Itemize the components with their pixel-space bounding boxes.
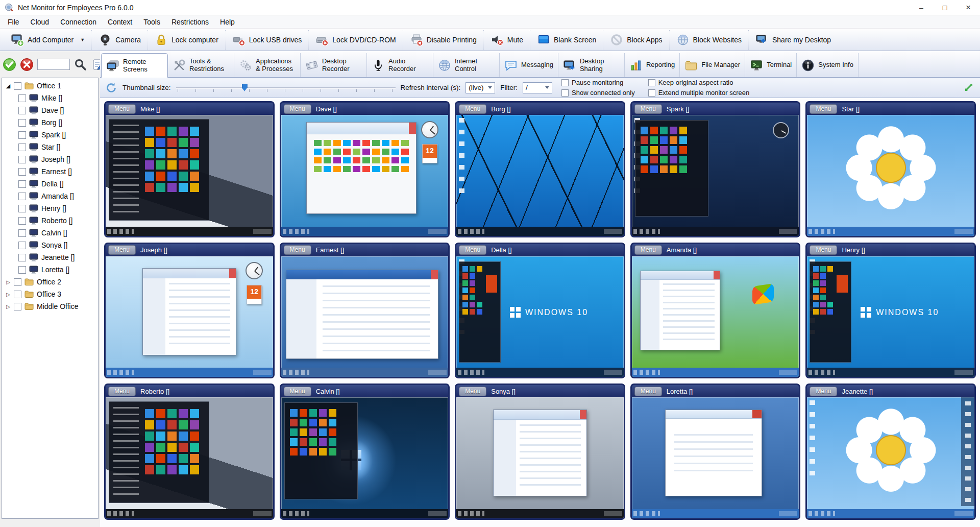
checkbox-show-connected-only[interactable]: Show connected only xyxy=(561,88,635,97)
menu-item-help[interactable]: Help xyxy=(214,16,240,28)
checkbox-extend-multiple-monitor-screen[interactable]: Extend multiple monitor screen xyxy=(648,88,749,97)
thumbnail-menu-button[interactable]: Menu xyxy=(284,104,311,114)
tab-applications-processes[interactable]: Applications & Processes xyxy=(234,53,301,77)
minimize-button[interactable]: – xyxy=(910,0,933,15)
tree-computer-amanda[interactable]: Amanda [] xyxy=(2,190,98,202)
menu-item-file[interactable]: File xyxy=(2,16,25,28)
grid-cell-henry[interactable]: MenuHenry []WINDOWS 10 xyxy=(805,243,976,379)
computer-checkbox[interactable] xyxy=(18,107,26,114)
thumbnail-menu-button[interactable]: Menu xyxy=(284,245,311,255)
checkbox-box[interactable] xyxy=(648,89,655,97)
triangle-collapsed-icon[interactable]: ▷ xyxy=(5,292,11,297)
thumbnail-menu-button[interactable]: Menu xyxy=(284,387,311,396)
remote-screen-thumbnail[interactable] xyxy=(632,397,799,518)
remote-screen-thumbnail[interactable] xyxy=(456,397,624,518)
tab-desktop-recorder[interactable]: Desktop Recorder xyxy=(301,53,367,77)
grid-cell-della[interactable]: MenuDella []WINDOWS 10 xyxy=(455,243,625,379)
tree-computer-loretta[interactable]: Loretta [] xyxy=(2,264,98,276)
tree-computer-borg[interactable]: Borg [] xyxy=(2,116,98,129)
grid-cell-sonya[interactable]: MenuSonya [] xyxy=(455,384,625,520)
remote-screen-thumbnail[interactable] xyxy=(456,115,624,236)
menu-item-tools[interactable]: Tools xyxy=(138,16,166,28)
deselect-all-button[interactable] xyxy=(20,58,34,71)
close-button[interactable]: × xyxy=(957,0,980,15)
checkbox-pause-monitoring[interactable]: Pause monitoring xyxy=(561,78,635,87)
group-checkbox[interactable] xyxy=(14,291,21,298)
thumbnail-menu-button[interactable]: Menu xyxy=(459,104,486,114)
computer-checkbox[interactable] xyxy=(18,217,26,225)
computer-checkbox[interactable] xyxy=(18,168,26,176)
maximize-button[interactable]: □ xyxy=(933,0,957,15)
tree-computer-calvin[interactable]: Calvin [] xyxy=(2,227,98,239)
remote-screen-thumbnail[interactable]: WINDOWS 10 xyxy=(807,256,974,377)
tree-computer-henry[interactable]: Henry [] xyxy=(2,202,98,214)
tree-group-office-2[interactable]: ▷Office 2 xyxy=(2,276,98,288)
toolbar-button-lock-computer[interactable]: Lock computer xyxy=(148,30,226,50)
search-icon[interactable] xyxy=(74,58,87,71)
toolbar-button-add-computer[interactable]: Add Computer▼ xyxy=(4,30,92,50)
thumbnail-menu-button[interactable]: Menu xyxy=(108,387,136,396)
tree-computer-della[interactable]: Della [] xyxy=(2,178,98,190)
grid-cell-amanda[interactable]: MenuAmanda [] xyxy=(630,243,801,379)
grid-cell-joseph[interactable]: MenuJoseph []12 xyxy=(104,243,275,379)
tree-group-office-1[interactable]: ◢Office 1 xyxy=(2,80,98,92)
triangle-collapsed-icon[interactable]: ▷ xyxy=(5,304,11,309)
thumbnail-menu-button[interactable]: Menu xyxy=(459,245,486,255)
computer-checkbox[interactable] xyxy=(18,254,26,261)
refresh-interval-select[interactable]: (live) xyxy=(465,82,495,93)
tab-internet-control[interactable]: Internet Control xyxy=(433,53,500,77)
menu-item-context[interactable]: Context xyxy=(102,16,138,28)
thumbnail-menu-button[interactable]: Menu xyxy=(810,245,837,255)
tree-computer-roberto[interactable]: Roberto [] xyxy=(2,214,98,227)
tree-computer-jeanette[interactable]: Jeanette [] xyxy=(2,251,98,264)
fullscreen-icon[interactable] xyxy=(963,81,975,93)
thumbnail-menu-button[interactable]: Menu xyxy=(634,245,662,255)
toolbar-button-block-apps[interactable]: Block Apps xyxy=(603,30,669,50)
toolbar-button-lock-dvd-cd-rom[interactable]: Lock DVD/CD-ROM xyxy=(309,30,403,50)
tab-terminal[interactable]: Terminal xyxy=(745,53,797,77)
tree-computer-earnest[interactable]: Earnest [] xyxy=(2,165,98,178)
tree-computer-sonya[interactable]: Sonya [] xyxy=(2,239,98,251)
remote-screen-thumbnail[interactable] xyxy=(632,256,799,377)
group-checkbox[interactable] xyxy=(14,278,21,286)
thumbnail-menu-button[interactable]: Menu xyxy=(634,104,662,114)
grid-cell-spark[interactable]: MenuSpark [] xyxy=(630,101,801,237)
computer-checkbox[interactable] xyxy=(18,205,26,212)
refresh-icon[interactable] xyxy=(105,82,117,94)
computer-checkbox[interactable] xyxy=(18,156,26,163)
tab-messaging[interactable]: Messaging xyxy=(500,53,558,77)
toolbar-button-blank-screen[interactable]: Blank Screen xyxy=(530,30,603,50)
computer-checkbox[interactable] xyxy=(18,266,26,274)
tab-tools-restrictions[interactable]: Tools & Restrictions xyxy=(168,53,234,77)
remote-screen-thumbnail[interactable] xyxy=(807,397,974,518)
grid-cell-calvin[interactable]: MenuCalvin [] xyxy=(280,384,450,520)
tree-computer-spark[interactable]: Spark [] xyxy=(2,129,98,141)
checkbox-box[interactable] xyxy=(648,79,655,86)
computer-checkbox[interactable] xyxy=(18,229,26,237)
filter-select[interactable]: / xyxy=(523,82,552,93)
computer-checkbox[interactable] xyxy=(18,94,26,102)
thumbnail-size-slider[interactable] xyxy=(176,83,396,93)
computer-checkbox[interactable] xyxy=(18,131,26,139)
remote-screen-thumbnail[interactable] xyxy=(106,397,273,518)
computer-checkbox[interactable] xyxy=(18,242,26,249)
computer-checkbox[interactable] xyxy=(18,193,26,200)
toolbar-button-lock-usb-drives[interactable]: Lock USB drives xyxy=(226,30,309,50)
grid-cell-roberto[interactable]: MenuRoberto [] xyxy=(104,384,275,520)
remote-screen-thumbnail[interactable]: 12 xyxy=(106,256,273,377)
grid-cell-mike[interactable]: MenuMike [] xyxy=(104,101,275,237)
menu-item-cloud[interactable]: Cloud xyxy=(25,16,55,28)
remote-screen-thumbnail[interactable] xyxy=(281,397,449,518)
toolbar-button-camera[interactable]: Camera xyxy=(92,30,148,50)
computer-checkbox[interactable] xyxy=(18,143,26,151)
tab-desktop-sharing[interactable]: Desktop Sharing xyxy=(558,53,625,77)
checkbox-box[interactable] xyxy=(561,89,569,97)
toolbar-button-share-my-desktop[interactable]: Share my Desktop xyxy=(749,30,838,50)
group-checkbox[interactable] xyxy=(14,303,21,310)
computer-search-input[interactable] xyxy=(37,59,70,70)
checkbox-keep-original-aspect-ratio[interactable]: Keep original aspect ratio xyxy=(648,78,749,87)
toolbar-button-block-websites[interactable]: Block Websites xyxy=(670,30,749,50)
remote-screen-thumbnail[interactable] xyxy=(807,115,974,236)
remote-screen-thumbnail[interactable] xyxy=(632,115,799,236)
group-checkbox[interactable] xyxy=(14,82,21,90)
